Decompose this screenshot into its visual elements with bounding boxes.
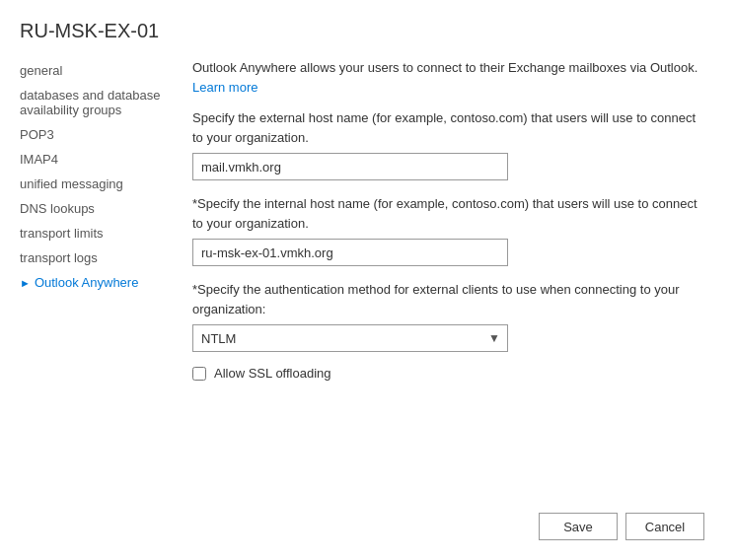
- description-text: Outlook Anywhere allows your users to co…: [192, 58, 704, 97]
- ssl-offloading-row: Allow SSL offloading: [192, 366, 704, 381]
- ssl-offloading-label[interactable]: Allow SSL offloading: [214, 366, 331, 381]
- page-title: RU-MSK-EX-01: [0, 20, 734, 58]
- sidebar-item-dns-lookups[interactable]: DNS lookups: [20, 196, 173, 221]
- sidebar-item-label: transport limits: [20, 226, 104, 241]
- sidebar-item-label: DNS lookups: [20, 201, 95, 216]
- learn-more-link[interactable]: Learn more: [192, 80, 257, 95]
- auth-method-select[interactable]: NTLM Basic Negotiate: [192, 324, 508, 352]
- sidebar-item-pop3[interactable]: POP3: [20, 122, 173, 147]
- sidebar-item-label: IMAP4: [20, 152, 58, 167]
- sidebar-item-imap4[interactable]: IMAP4: [20, 147, 173, 172]
- footer: Save Cancel: [0, 497, 734, 560]
- sidebar-item-label: transport logs: [20, 250, 98, 265]
- save-button[interactable]: Save: [539, 513, 618, 540]
- sidebar-item-transport-limits[interactable]: transport limits: [20, 221, 173, 245]
- cancel-button[interactable]: Cancel: [625, 513, 704, 540]
- sidebar-item-label: Outlook Anywhere: [35, 275, 139, 290]
- sidebar-item-label: POP3: [20, 127, 54, 142]
- description-text-part1: Outlook Anywhere allows your users to co…: [192, 60, 697, 75]
- auth-method-label: *Specify the authentication method for e…: [192, 280, 704, 318]
- main-content: Outlook Anywhere allows your users to co…: [173, 58, 734, 497]
- sidebar: general databases and database availabil…: [0, 58, 173, 497]
- ssl-offloading-checkbox[interactable]: [192, 367, 206, 381]
- sidebar-item-label: unified messaging: [20, 176, 123, 191]
- sidebar-item-general[interactable]: general: [20, 58, 173, 83]
- sidebar-item-label: databases and database availability grou…: [20, 88, 173, 117]
- auth-method-select-wrapper: NTLM Basic Negotiate ▼: [192, 324, 508, 352]
- active-arrow-icon: ►: [20, 277, 31, 289]
- sidebar-item-unified-messaging[interactable]: unified messaging: [20, 172, 173, 196]
- page-container: RU-MSK-EX-01 general databases and datab…: [0, 0, 734, 560]
- sidebar-item-databases[interactable]: databases and database availability grou…: [20, 83, 173, 122]
- content-area: general databases and database availabil…: [0, 58, 734, 497]
- sidebar-item-transport-logs[interactable]: transport logs: [20, 245, 173, 270]
- external-host-input[interactable]: [192, 153, 508, 180]
- internal-host-label: *Specify the internal host name (for exa…: [192, 194, 704, 233]
- sidebar-item-label: general: [20, 63, 62, 78]
- external-host-label: Specify the external host name (for exam…: [192, 108, 704, 147]
- sidebar-item-outlook-anywhere[interactable]: ► Outlook Anywhere: [20, 270, 173, 295]
- internal-host-input[interactable]: [192, 239, 508, 266]
